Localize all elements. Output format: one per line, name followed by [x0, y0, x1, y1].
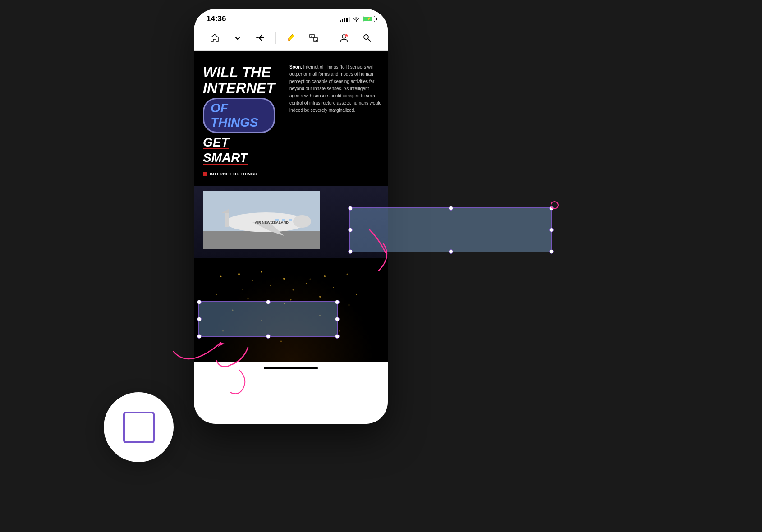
ext-handle-tl[interactable]: [348, 206, 353, 211]
svg-point-34: [319, 296, 321, 298]
avatar-button[interactable]: +: [336, 30, 352, 46]
svg-point-31: [216, 294, 217, 295]
svg-text:AIR NEW ZEALAND: AIR NEW ZEALAND: [255, 220, 289, 225]
svg-point-0: [356, 21, 357, 22]
home-indicator: [264, 367, 318, 369]
bottom-toolbar: ✦ ▾: [194, 362, 388, 364]
ext-handle-tm[interactable]: [449, 206, 453, 211]
selection-box-external[interactable]: [349, 207, 552, 252]
svg-point-10: [293, 215, 311, 228]
toolbar-divider-1: [275, 32, 276, 44]
battery-icon: ⚡: [363, 16, 375, 22]
tag-square-icon: [203, 172, 207, 176]
svg-rect-16: [289, 219, 292, 221]
svg-point-20: [238, 273, 240, 275]
svg-point-18: [220, 276, 222, 277]
handle-br[interactable]: [335, 334, 340, 339]
ext-handle-mr[interactable]: [549, 228, 554, 232]
article-title-area: WILL THE INTERNET OF THINGS GET SMART IN…: [194, 51, 284, 186]
svg-point-19: [230, 283, 230, 284]
ext-handle-bm[interactable]: [449, 249, 453, 254]
body-text-content: Internet of Things (IoT) sensors will ou…: [289, 64, 381, 113]
svg-point-26: [306, 283, 307, 284]
status-time: 14:36: [207, 14, 226, 23]
wifi-icon: [353, 16, 360, 22]
svg-point-23: [270, 285, 271, 286]
translate-button[interactable]: [306, 30, 322, 46]
airplane-image: AIR NEW ZEALAND: [203, 191, 320, 249]
svg-point-25: [293, 289, 294, 291]
floating-tool-circle: [104, 392, 174, 462]
pencil-button[interactable]: [283, 30, 299, 46]
tag-label: INTERNET OF THINGS: [210, 172, 257, 176]
svg-rect-11: [225, 213, 229, 227]
title-of-things-badge: OF THINGS: [203, 98, 275, 133]
ext-handle-ml[interactable]: [348, 228, 353, 232]
back-button[interactable]: [252, 30, 269, 46]
search-button[interactable]: [359, 30, 375, 46]
handle-tr[interactable]: [335, 300, 340, 304]
svg-point-29: [347, 274, 348, 275]
article-body: Soon, Internet of Things (IoT) sensors w…: [284, 51, 388, 186]
handle-ml[interactable]: [197, 317, 202, 321]
handle-tl[interactable]: [197, 300, 202, 304]
article-header: WILL THE INTERNET OF THINGS GET SMART IN…: [194, 51, 388, 186]
dropdown-button[interactable]: [230, 30, 246, 46]
selection-box-bottom[interactable]: [198, 301, 338, 337]
handle-mr[interactable]: [335, 317, 340, 321]
article-tag: INTERNET OF THINGS: [203, 172, 275, 176]
title-internet: INTERNET: [203, 80, 275, 96]
ext-handle-br[interactable]: [549, 249, 554, 254]
handle-bm[interactable]: [266, 334, 271, 339]
status-bar: 14:36 ⚡: [194, 9, 388, 27]
rectangle-tool-preview: [123, 412, 155, 443]
svg-rect-8: [203, 231, 320, 249]
svg-point-24: [283, 278, 285, 280]
home-button[interactable]: [207, 30, 223, 46]
body-text: Soon, Internet of Things (IoT) sensors w…: [289, 64, 382, 114]
title-will: WILL THE: [203, 64, 275, 80]
phone-toolbar: +: [194, 27, 388, 51]
svg-point-27: [324, 275, 326, 277]
handle-bl[interactable]: [197, 334, 202, 339]
ext-handle-tr[interactable]: [549, 206, 554, 211]
svg-point-28: [333, 287, 334, 288]
svg-point-21: [252, 280, 253, 281]
svg-text:+: +: [346, 35, 347, 37]
title-of-things-text: OF THINGS: [211, 101, 258, 129]
svg-point-22: [261, 271, 262, 273]
ext-handle-bl[interactable]: [348, 249, 353, 254]
signal-icon: [340, 16, 350, 22]
title-get-smart: GET SMART: [203, 135, 275, 165]
phone-bottom-area: [194, 367, 388, 373]
svg-point-30: [356, 294, 357, 295]
status-icons: ⚡: [340, 16, 375, 22]
svg-point-32: [248, 298, 249, 300]
handle-tm[interactable]: [266, 300, 271, 304]
body-text-bold: Soon,: [289, 64, 302, 69]
toolbar-divider-2: [329, 32, 329, 44]
